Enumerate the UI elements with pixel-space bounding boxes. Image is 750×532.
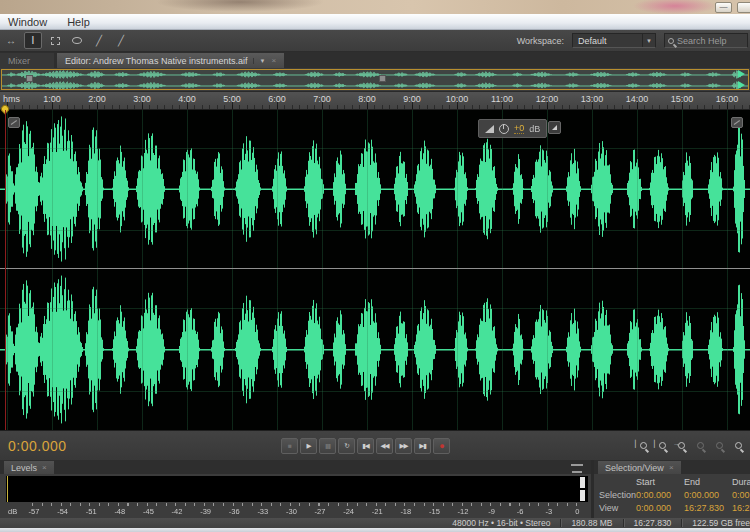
waveform-channel-left[interactable]: [0, 110, 750, 268]
tab-selection-view[interactable]: Selection/View ×: [598, 461, 681, 474]
paintbrush-tool[interactable]: ╱: [112, 32, 130, 49]
gain-knob-icon[interactable]: [499, 124, 509, 134]
amplitude-gridline: [0, 148, 750, 149]
volume-hud[interactable]: +0 dB: [478, 119, 547, 138]
workspace-value: Default: [573, 36, 607, 46]
chevron-down-icon[interactable]: ▼: [642, 34, 655, 47]
channel-left-badge-icon[interactable]: [8, 117, 20, 128]
workspace-label: Workspace:: [517, 36, 564, 46]
loop-playback-button[interactable]: ↻: [338, 438, 355, 454]
overview-right-handles[interactable]: [738, 70, 748, 89]
zoom-out-full-button[interactable]: [692, 438, 708, 454]
spot-healing-brush-tool[interactable]: ╱: [90, 32, 108, 49]
zoom-to-selection-button[interactable]: [711, 438, 727, 454]
view-end-value[interactable]: 16:27.830: [684, 503, 724, 513]
stop-button[interactable]: ■: [281, 438, 298, 454]
overview-handle[interactable]: [379, 75, 386, 82]
selection-view-column-header: End: [684, 477, 732, 487]
ruler-tick-label: 16:00: [716, 94, 739, 104]
db-scale-label: -33: [257, 507, 268, 516]
status-free-space: 122.59 GB free: [682, 518, 750, 528]
skip-to-beginning-button[interactable]: ▮◀: [357, 438, 374, 454]
gain-value[interactable]: +0: [514, 123, 524, 134]
selection-view-row: View0:00.00016:27.83016:27.830: [594, 501, 750, 514]
play-button[interactable]: ▶: [300, 438, 317, 454]
overview-range-box[interactable]: [1, 69, 749, 90]
tab-levels[interactable]: Levels ×: [4, 461, 54, 474]
db-scale-label: -39: [200, 507, 211, 516]
waveform-editor[interactable]: +0 dB: [0, 110, 750, 430]
db-scale: dB-57-54-51-48-45-42-39-36-33-30-27-24-2…: [6, 503, 588, 516]
zoom-between-markers-button[interactable]: →: [673, 438, 689, 454]
ruler-tick-label: 4:00: [178, 94, 196, 104]
levels-tab-close-icon[interactable]: ×: [42, 463, 47, 472]
db-scale-label: -48: [114, 507, 125, 516]
zoom-in-button[interactable]: [730, 438, 746, 454]
menu-help[interactable]: Help: [67, 16, 90, 28]
playhead-line[interactable]: [5, 110, 6, 430]
zoom-in-at-in-point-button[interactable]: ▏: [635, 438, 651, 454]
timeline-ruler[interactable]: hms 1:002:003:004:005:006:007:008:009:00…: [0, 92, 750, 110]
fast-forward-button[interactable]: ▶▶: [395, 438, 412, 454]
db-scale-label: -57: [29, 507, 40, 516]
view-start-value[interactable]: 0:00.000: [636, 503, 671, 513]
menu-window[interactable]: Window: [8, 16, 47, 28]
view-duration-value[interactable]: 16:27.830: [732, 503, 750, 513]
ruler-tick-label: 1:00: [43, 94, 61, 104]
status-bar: 48000 Hz • 16-bit • Stereo 180.88 MB 16:…: [0, 518, 750, 528]
hud-pin-button[interactable]: [548, 121, 561, 134]
tab-editor[interactable]: Editor: Andrew Thomas Native instruments…: [57, 53, 284, 68]
levels-panel: Levels × dB-57-54-51-48-45-42-39-36-33-3…: [0, 460, 591, 518]
magnifier-icon: [697, 442, 704, 449]
row-label: Selection: [594, 490, 636, 500]
time-selection-tool[interactable]: I: [24, 32, 42, 49]
fade-slope-icon[interactable]: [485, 125, 494, 133]
workspace-dropdown[interactable]: Default ▼: [572, 33, 656, 48]
db-scale-label: 0: [575, 507, 579, 516]
maximize-button[interactable]: [737, 2, 750, 13]
selection-duration-value[interactable]: 0:00.000: [732, 490, 750, 500]
ruler-unit-label: hms: [3, 94, 20, 104]
db-scale-label: -45: [143, 507, 154, 516]
tab-mixer[interactable]: Mixer: [0, 53, 54, 68]
toolbar: ↔I╱╱ Workspace: Default ▼ Search Help: [0, 30, 750, 52]
record-button[interactable]: ●: [433, 438, 450, 454]
skip-to-end-button[interactable]: ▶▮: [414, 438, 431, 454]
magnifier-icon: [640, 442, 647, 449]
search-help-input[interactable]: Search Help: [664, 33, 748, 48]
minimize-button[interactable]: —: [715, 2, 732, 13]
menu-bar: Window Help: [0, 14, 750, 30]
bottom-panels: Levels × dB-57-54-51-48-45-42-39-36-33-3…: [0, 460, 750, 518]
marquee-selection-tool[interactable]: [46, 32, 64, 49]
zoom-in-at-out-point-button[interactable]: ▏: [654, 438, 670, 454]
db-scale-label: -15: [429, 507, 440, 516]
pause-button[interactable]: ▮▮: [319, 438, 336, 454]
selection-view-panel: Selection/View × StartEndDurationSelecti…: [594, 460, 750, 518]
db-scale-label: -30: [286, 507, 297, 516]
selection-view-tab-close-icon[interactable]: ×: [669, 463, 674, 472]
editor-tab-close-icon[interactable]: ×: [271, 56, 276, 65]
editor-tab-menu-icon[interactable]: ▼: [253, 58, 265, 64]
selection-end-value[interactable]: 0:00.000: [684, 490, 719, 500]
window-bottom-edge: [0, 528, 750, 532]
move-tool[interactable]: ↔: [2, 32, 20, 49]
lasso-selection-tool[interactable]: [68, 32, 86, 49]
selection-start-value[interactable]: 0:00.000: [636, 490, 671, 500]
panel-menu-icon[interactable]: [571, 464, 583, 471]
waveform-channel-right[interactable]: [0, 269, 750, 430]
overview-handle[interactable]: [26, 75, 33, 82]
ruler-tick-label: 3:00: [133, 94, 151, 104]
overview-navigator[interactable]: [0, 68, 750, 92]
db-scale-label: -21: [372, 507, 383, 516]
channel-right-badge-icon[interactable]: [731, 117, 743, 128]
search-icon: [668, 38, 674, 44]
ruler-tick-label: 9:00: [403, 94, 421, 104]
amplitude-gridline: [0, 391, 750, 392]
gain-unit-label: dB: [529, 124, 540, 134]
ruler-tick-label: 6:00: [268, 94, 286, 104]
status-duration: 16:27.830: [624, 518, 682, 528]
rewind-button[interactable]: ◀◀: [376, 438, 393, 454]
current-time-display[interactable]: 0:00.000: [8, 438, 67, 454]
db-scale-ticks: [32, 503, 586, 506]
amplitude-gridline: [0, 230, 750, 231]
